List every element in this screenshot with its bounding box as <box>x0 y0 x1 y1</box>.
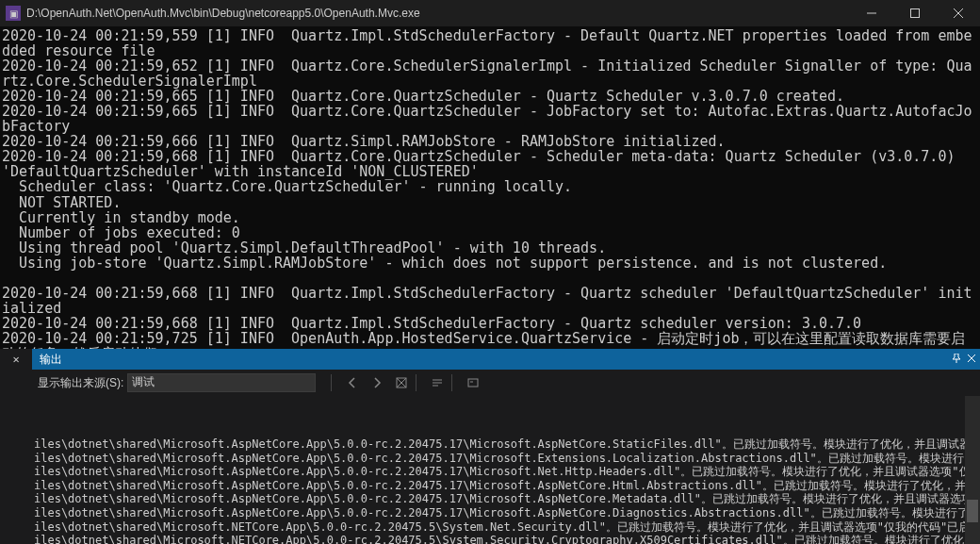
output-scrollbar[interactable] <box>965 396 980 544</box>
toggle-word-wrap-button[interactable] <box>427 372 448 393</box>
output-body[interactable]: iles\dotnet\shared\Microsoft.AspNetCore.… <box>32 396 980 544</box>
clear-all-button[interactable] <box>391 372 412 393</box>
window-title: D:\OpenAuth.Net\OpenAuth.Mvc\bin\Debug\n… <box>26 7 850 20</box>
output-line: iles\dotnet\shared\Microsoft.NETCore.App… <box>34 534 978 544</box>
output-line: iles\dotnet\shared\Microsoft.AspNetCore.… <box>34 437 978 452</box>
output-source-select[interactable]: 调试 <box>127 373 316 392</box>
output-toolbar: 显示输出来源(S): 调试 <box>32 370 980 396</box>
close-button[interactable] <box>937 0 980 26</box>
output-line: iles\dotnet\shared\Microsoft.AspNetCore.… <box>34 506 978 520</box>
svg-rect-12 <box>468 379 478 387</box>
prev-message-button[interactable] <box>342 372 363 393</box>
title-bar: ▣ D:\OpenAuth.Net\OpenAuth.Mvc\bin\Debug… <box>0 0 980 26</box>
output-line: iles\dotnet\shared\Microsoft.AspNetCore.… <box>34 452 978 466</box>
pin-icon[interactable] <box>952 353 961 366</box>
panel-gutter <box>0 370 32 544</box>
output-source-label: 显示输出来源(S): <box>38 375 123 391</box>
svg-rect-1 <box>911 9 920 18</box>
close-panel-icon[interactable] <box>967 353 976 366</box>
output-line: iles\dotnet\shared\Microsoft.AspNetCore.… <box>34 479 978 493</box>
program-output-button[interactable] <box>463 372 483 393</box>
output-tab[interactable]: 输出 <box>32 349 980 370</box>
next-message-button[interactable] <box>367 372 387 393</box>
output-line: iles\dotnet\shared\Microsoft.AspNetCore.… <box>34 465 978 479</box>
window-controls <box>850 0 980 26</box>
panel-close-button[interactable]: ✕ <box>0 349 32 370</box>
app-icon: ▣ <box>6 6 21 21</box>
output-panel: ✕ 输出 显示输出来源(S): 调试 <box>0 349 980 544</box>
console-output[interactable]: 2020-10-24 00:21:59,559 [1] INFO Quartz.… <box>0 26 980 349</box>
output-tab-label: 输出 <box>40 352 62 368</box>
output-line: iles\dotnet\shared\Microsoft.AspNetCore.… <box>34 492 978 506</box>
minimize-button[interactable] <box>850 0 893 26</box>
scrollbar-thumb[interactable] <box>967 500 978 522</box>
output-line: iles\dotnet\shared\Microsoft.NETCore.App… <box>34 520 978 535</box>
maximize-button[interactable] <box>893 0 937 26</box>
